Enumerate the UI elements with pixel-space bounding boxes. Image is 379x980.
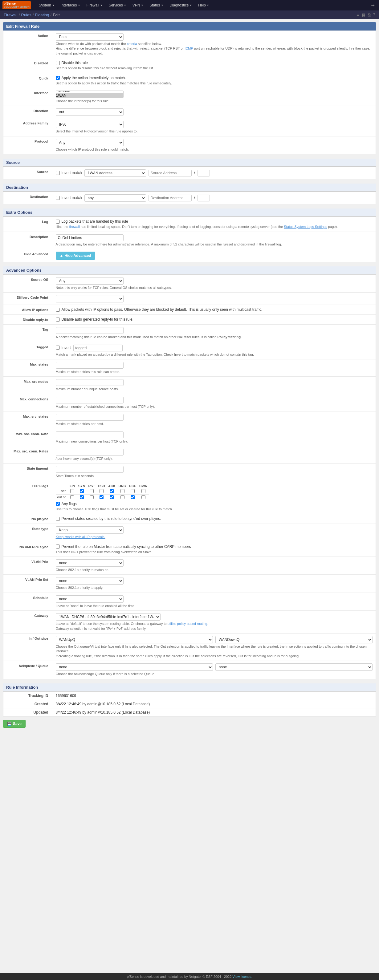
no-pfsync-checkbox[interactable] <box>56 517 60 521</box>
disabled-label: Disabled <box>3 58 53 73</box>
source-invert-row: Invert match <box>56 170 82 175</box>
direction-select[interactable]: out in any <box>56 108 124 116</box>
state-type-field: Keep Synproxy None Sloppy Keep: works wi… <box>53 524 376 542</box>
source-invert-label: Invert match <box>62 170 82 175</box>
max-src-nodes-input[interactable] <box>56 379 124 386</box>
nav-vpn-caret: ▼ <box>141 4 143 7</box>
inout-pipe-in-select[interactable]: WANUpQ none <box>56 636 213 643</box>
log-checkbox[interactable] <box>56 220 60 224</box>
source-os-select[interactable]: Any <box>56 277 124 285</box>
max-connections-field: Maximum number of established connection… <box>53 394 376 411</box>
save-button[interactable]: 💾 Save <box>3 720 25 728</box>
destination-subnet-input[interactable] <box>197 195 210 201</box>
outof-rst-checkbox[interactable] <box>90 495 94 499</box>
state-timeout-field: State Timeout in seconds <box>53 463 376 481</box>
queue-select[interactable]: none <box>215 663 373 671</box>
source-invert-checkbox[interactable] <box>56 171 60 175</box>
outof-cwr-checkbox[interactable] <box>142 495 145 499</box>
nav-services[interactable]: Services ▼ <box>106 0 129 11</box>
disabled-checkbox[interactable] <box>56 61 60 65</box>
set-ack-checkbox[interactable] <box>110 489 114 493</box>
breadcrumb-floating[interactable]: Floating <box>35 13 49 17</box>
address-family-select[interactable]: IPv4 IPv6 IPv4+IPv6 <box>56 121 124 128</box>
description-input[interactable] <box>56 234 124 241</box>
nav-firewall[interactable]: Firewall ▼ <box>83 0 105 11</box>
icon-help[interactable]: ? <box>373 12 375 17</box>
set-syn-checkbox[interactable] <box>80 489 84 493</box>
protocol-select[interactable]: Any TCP UDP TCP/UDP ICMP <box>56 139 124 146</box>
nav-help[interactable]: Help ▼ <box>195 0 212 11</box>
no-xmlrpc-sync-hint: This does NOT prevent the rule from bein… <box>56 550 373 554</box>
nav-interfaces[interactable]: Interfaces ▼ <box>57 0 83 11</box>
state-type-hint-link[interactable]: Keep: works with all IP protocols. <box>56 535 105 539</box>
action-select[interactable]: Pass Block Reject <box>56 33 124 41</box>
top-navigation: pfSense COMMUNITY EDITION System ▼ Inter… <box>0 0 379 11</box>
allow-ip-options-checkbox-label: Allow packets with IP options to pass. O… <box>62 307 263 312</box>
outof-ack-checkbox[interactable] <box>110 495 114 499</box>
ackqueue-select[interactable]: none <box>56 663 213 671</box>
log-hint-link[interactable]: Status System Logs Settings <box>284 225 327 229</box>
outof-urg-checkbox[interactable] <box>121 495 124 499</box>
nav-status[interactable]: Status ▼ <box>147 0 166 11</box>
source-type-select[interactable]: 1WAN address <box>84 169 146 177</box>
set-urg-checkbox[interactable] <box>121 489 124 493</box>
max-src-conn-rates-input[interactable] <box>56 449 124 455</box>
tag-input[interactable] <box>56 327 124 334</box>
interface-field: WireGuard Tailscale 1WAN SLAN_ADMIN Choo… <box>53 88 376 106</box>
tagged-label: Tagged <box>3 342 53 359</box>
disable-reply-to-checkbox[interactable] <box>56 318 60 321</box>
log-checkbox-label: Log packets that are handled by this rul… <box>62 219 128 224</box>
source-os-field: Any Note: this only works for TCP rules.… <box>53 274 376 292</box>
breadcrumb-rules[interactable]: Rules <box>21 13 31 17</box>
icon-chart[interactable]: ▦ <box>361 12 365 17</box>
state-type-select[interactable]: Keep Synproxy None Sloppy <box>56 527 124 534</box>
vlan-prio-select[interactable]: none 0 1 2 3 4 5 6 7 <box>56 559 124 567</box>
gateway-select[interactable]: default 1WAN_DHCP6 - fe80::3e94:d5ff:fe1… <box>56 613 161 620</box>
vlan-prio-set-select[interactable]: none 0 1 <box>56 577 124 585</box>
breadcrumb-firewall[interactable]: Firewall <box>4 13 18 17</box>
quick-checkbox[interactable] <box>56 76 60 80</box>
disable-reply-to-checkbox-label: Disable auto generated reply-to for this… <box>62 317 134 321</box>
set-psh-checkbox[interactable] <box>100 489 104 493</box>
disabled-hint: Set this option to disable this rule wit… <box>56 66 373 70</box>
source-subnet-input[interactable] <box>197 170 210 177</box>
tagged-invert-checkbox[interactable] <box>56 345 60 350</box>
icon-list[interactable]: ≡ <box>357 12 359 17</box>
hide-advanced-button[interactable]: ▲ Hide Advanced <box>56 251 95 259</box>
nav-diagnostics[interactable]: Diagnostics ▼ <box>166 0 195 11</box>
state-type-row: State type Keep Synproxy None Sloppy Kee… <box>3 524 376 542</box>
no-xmlrpc-sync-checkbox[interactable] <box>56 544 60 549</box>
max-connections-input[interactable] <box>56 397 124 404</box>
icon-copy[interactable]: ⎘ <box>368 12 370 17</box>
max-src-states-input[interactable] <box>56 414 124 421</box>
breadcrumb-sep3: / <box>51 13 52 17</box>
diffserv-select[interactable] <box>56 295 124 302</box>
outof-syn-checkbox[interactable] <box>80 495 84 499</box>
nav-vpn[interactable]: VPN ▼ <box>129 0 147 11</box>
max-states-input[interactable] <box>56 362 124 369</box>
max-src-conn-rate-input[interactable] <box>56 431 124 438</box>
outof-ece-checkbox[interactable] <box>131 495 135 499</box>
allow-ip-options-checkbox[interactable] <box>56 308 60 312</box>
any-flags-checkbox[interactable] <box>56 502 60 506</box>
tagged-input[interactable] <box>73 345 123 352</box>
set-cwr-checkbox[interactable] <box>142 489 145 493</box>
schedule-select[interactable]: none <box>56 595 124 603</box>
destination-address-input[interactable] <box>148 195 192 201</box>
destination-invert-checkbox[interactable] <box>56 196 60 200</box>
source-address-input[interactable] <box>148 170 192 177</box>
state-timeout-input[interactable] <box>56 466 124 473</box>
set-ece-checkbox[interactable] <box>131 489 135 493</box>
logo-sense: Sense <box>6 2 15 5</box>
set-rst-checkbox[interactable] <box>90 489 94 493</box>
tag-hint: A packet matching this rule can be marke… <box>56 335 373 339</box>
inout-pipe-out-select[interactable]: WANDownQ none <box>215 636 373 643</box>
outof-fin-checkbox[interactable] <box>70 495 74 499</box>
nav-system[interactable]: System ▼ <box>36 0 57 11</box>
interface-listbox[interactable]: WireGuard Tailscale 1WAN SLAN_ADMIN <box>56 91 124 98</box>
outof-psh-checkbox[interactable] <box>100 495 104 499</box>
set-fin-checkbox[interactable] <box>70 489 74 493</box>
max-src-nodes-hint: Maximum number of unique source hosts. <box>56 387 373 391</box>
destination-type-select[interactable]: any <box>84 194 146 202</box>
nav-icon-right[interactable]: ⇿ <box>369 3 377 8</box>
